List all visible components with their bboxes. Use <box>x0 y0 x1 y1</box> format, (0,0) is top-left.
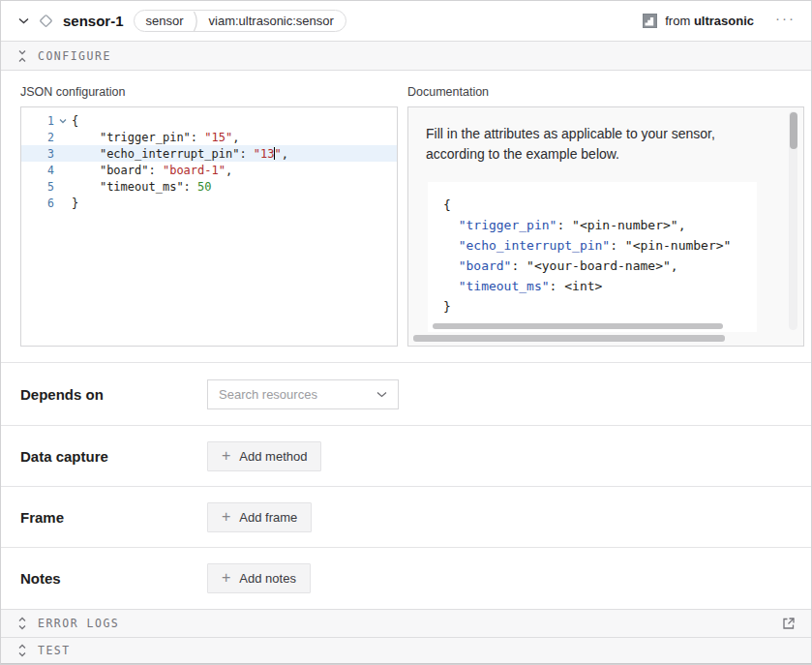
add-notes-button-label: Add notes <box>239 571 296 586</box>
doc-code-line: "trigger_pin": "<pin-number>", <box>443 215 741 235</box>
depends-on-label: Depends on <box>20 386 207 403</box>
doc-code-line: { <box>443 195 741 215</box>
component-header: sensor-1 sensor viam:ultrasonic:sensor f… <box>1 1 811 41</box>
code-text: } <box>443 299 451 314</box>
data-capture-row: Data capture + Add method <box>1 425 811 486</box>
doc-code-line: } <box>443 296 741 317</box>
doc-code-line: "timeout_ms": <int> <box>443 276 741 296</box>
line-number: 1 <box>21 114 54 128</box>
doc-code-line: "echo_interrupt_pin": "<pin-number>" <box>443 235 741 256</box>
test-bar[interactable]: TEST <box>1 637 811 664</box>
panel-vertical-scrollbar-track <box>789 111 797 330</box>
collapse-section-icon <box>16 49 28 63</box>
error-logs-bar[interactable]: ERROR LOGS <box>1 609 811 637</box>
add-frame-button-label: Add frame <box>239 510 297 525</box>
editor-code-line[interactable]: 2 "trigger_pin": "15", <box>21 129 397 145</box>
code-text: "echo_interrupt_pin": "13", <box>72 147 288 161</box>
json-config-label: JSON configuration <box>20 85 398 99</box>
expand-section-icon <box>16 617 28 630</box>
add-notes-button[interactable]: + Add notes <box>207 563 311 593</box>
doc-code-line: "board": "<your-board-name>", <box>443 256 741 276</box>
editor-code-line[interactable]: 3 "echo_interrupt_pin": "13", <box>21 145 397 162</box>
collapse-chevron-icon[interactable] <box>15 13 32 30</box>
panel-horizontal-scrollbar[interactable] <box>413 335 725 342</box>
plus-icon: + <box>222 570 230 586</box>
code-text: "trigger_pin": "15", <box>72 131 239 144</box>
header-right: from ultrasonic ··· <box>643 9 797 33</box>
notes-row: Notes + Add notes <box>1 547 811 609</box>
add-frame-button[interactable]: + Add frame <box>207 502 312 532</box>
chevron-down-icon <box>376 391 387 398</box>
component-type: sensor <box>146 14 184 28</box>
line-number: 4 <box>21 164 54 177</box>
depends-on-select[interactable]: Search resources <box>207 379 399 409</box>
line-number: 3 <box>21 147 54 161</box>
json-editor[interactable]: 1{2 "trigger_pin": "15",3 "echo_interrup… <box>20 106 398 347</box>
editor-code-line[interactable]: 5 "timeout_ms": 50 <box>21 178 397 195</box>
configure-label: CONFIGURE <box>38 49 111 63</box>
component-card: sensor-1 sensor viam:ultrasonic:sensor f… <box>0 0 812 665</box>
open-in-new-icon[interactable] <box>782 617 796 630</box>
component-name: sensor-1 <box>63 13 124 29</box>
line-number: 5 <box>21 180 54 194</box>
line-number: 2 <box>21 131 54 144</box>
depends-on-placeholder: Search resources <box>219 387 376 402</box>
sensor-diamond-icon <box>38 13 54 29</box>
editor-code-line[interactable]: 4 "board": "board-1", <box>21 162 397 178</box>
plus-icon: + <box>222 509 230 525</box>
frame-label: Frame <box>20 509 207 526</box>
json-config-column: JSON configuration 1{2 "trigger_pin": "1… <box>20 85 398 346</box>
component-type-pill: sensor viam:ultrasonic:sensor <box>134 10 346 32</box>
editor-code-line[interactable]: 6} <box>21 195 397 211</box>
documentation-label: Documentation <box>407 85 804 99</box>
documentation-code-block: { "trigger_pin": "<pin-number>", "echo_i… <box>428 182 757 332</box>
data-capture-label: Data capture <box>20 448 207 465</box>
test-label: TEST <box>38 644 71 657</box>
code-text: "board": "<your-board-name>", <box>443 258 678 273</box>
code-text: { <box>72 114 78 128</box>
add-method-button[interactable]: + Add method <box>207 441 321 471</box>
configure-section-bar[interactable]: CONFIGURE <box>1 41 811 71</box>
panel-vertical-scrollbar[interactable] <box>790 112 797 149</box>
code-text: "trigger_pin": "<pin-number>", <box>443 218 685 232</box>
expand-section-icon <box>16 644 28 657</box>
pill-separator-icon <box>193 11 200 32</box>
add-method-button-label: Add method <box>239 449 307 464</box>
notes-label: Notes <box>20 570 207 587</box>
overflow-menu-button[interactable]: ··· <box>773 9 797 33</box>
editor-code-line[interactable]: 1{ <box>21 112 397 129</box>
from-module-text: from ultrasonic <box>665 14 754 28</box>
code-text: "timeout_ms": <int> <box>443 279 602 293</box>
line-number: 6 <box>21 196 54 210</box>
plus-icon: + <box>222 448 230 464</box>
fold-chevron-icon[interactable] <box>54 116 72 126</box>
component-model: viam:ultrasonic:sensor <box>209 14 334 28</box>
error-logs-label: ERROR LOGS <box>38 617 119 630</box>
documentation-panel: Fill in the attributes as applicable to … <box>407 106 804 347</box>
depends-on-row: Depends on Search resources <box>1 362 811 425</box>
code-text: "board": "board-1", <box>72 164 232 177</box>
module-icon <box>643 14 657 28</box>
code-text: { <box>443 197 451 212</box>
documentation-column: Documentation Fill in the attributes as … <box>407 85 804 346</box>
code-text: "timeout_ms": 50 <box>72 180 212 194</box>
frame-row: Frame + Add frame <box>1 486 811 547</box>
documentation-intro: Fill in the attributes as applicable to … <box>426 124 761 165</box>
code-text: "echo_interrupt_pin": "<pin-number>" <box>443 238 731 253</box>
code-text: } <box>72 196 78 210</box>
code-horizontal-scrollbar[interactable] <box>433 323 723 329</box>
configure-content: JSON configuration 1{2 "trigger_pin": "1… <box>1 71 811 362</box>
